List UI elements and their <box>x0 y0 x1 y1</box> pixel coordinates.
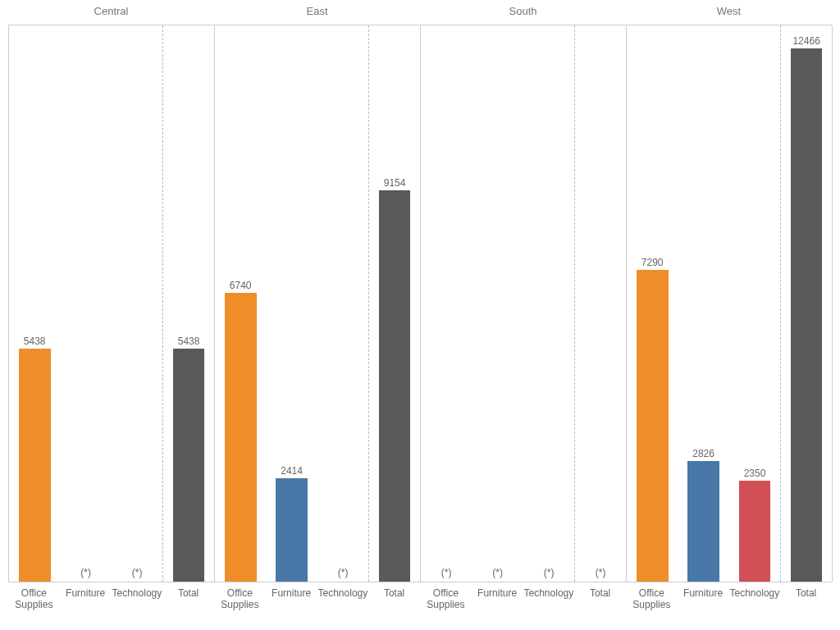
bar: 5438 <box>19 349 51 582</box>
axis-label: Office Supplies <box>8 582 60 630</box>
axis-panel: Office SuppliesFurnitureTechnologyTotal <box>626 582 832 630</box>
suppressed-marker: (*) <box>544 567 555 578</box>
total-area: 9154 <box>369 25 421 582</box>
axis-panel: Office SuppliesFurnitureTechnologyTotal <box>214 582 420 630</box>
axis-label: Furniture <box>266 582 317 630</box>
x-axis: Office SuppliesFurnitureTechnologyTotalO… <box>8 582 832 630</box>
chart-container: CentralEastSouthWest 5438(*)(*)543867402… <box>0 0 840 630</box>
panel: 72902826235012466 <box>627 25 833 582</box>
bar-slot: (*) <box>112 25 162 582</box>
axis-panel: Office SuppliesFurnitureTechnologyTotal <box>8 582 214 630</box>
total-area: 5438 <box>163 25 215 582</box>
bar-value-label: 12466 <box>792 35 819 48</box>
panel-header: South <box>420 0 626 25</box>
axis-label: Technology <box>112 582 163 630</box>
panel-header-row: CentralEastSouthWest <box>8 0 832 25</box>
axis-total-label: Total <box>780 582 832 630</box>
panel: (*)(*)(*)(*) <box>421 25 627 582</box>
bar-value-label: 6740 <box>230 280 252 293</box>
bar-value-label: 2414 <box>281 465 303 478</box>
panel: 67402414(*)9154 <box>215 25 421 582</box>
axis-label: Furniture <box>678 582 729 630</box>
total-area: (*) <box>575 25 627 582</box>
axis-total-label: Total <box>162 582 214 630</box>
total-slot: 12466 <box>781 25 832 582</box>
bar-value-label: 2350 <box>744 468 766 481</box>
bar-value-label: 5438 <box>24 336 46 349</box>
total-slot: 5438 <box>163 25 214 582</box>
bar: 2414 <box>276 478 308 582</box>
total-slot: (*) <box>575 25 626 582</box>
axis-total-label: Total <box>574 582 626 630</box>
bar: 2826 <box>687 461 719 582</box>
suppressed-marker: (*) <box>492 567 503 578</box>
axis-label: Office Supplies <box>626 582 678 630</box>
bar-slot: (*) <box>472 25 523 582</box>
axis-label: Technology <box>317 582 369 630</box>
axis-label: Office Supplies <box>214 582 266 630</box>
bar-slot: 2826 <box>678 25 728 582</box>
categories-area: 67402414(*) <box>215 25 369 582</box>
total-bar: 5438 <box>173 349 204 582</box>
axis-label: Technology <box>523 582 575 630</box>
total-bar: 9154 <box>379 190 410 582</box>
axis-label: Furniture <box>60 582 112 630</box>
suppressed-marker: (*) <box>441 567 452 578</box>
bar-slot: 2414 <box>266 25 317 582</box>
panel-header: West <box>626 0 832 25</box>
bar-slot: 7290 <box>627 25 678 582</box>
bar-slot: 5438 <box>9 25 60 582</box>
panel-header: Central <box>8 0 214 25</box>
bar-slot: (*) <box>421 25 472 582</box>
panel: 5438(*)(*)5438 <box>9 25 215 582</box>
suppressed-marker: (*) <box>132 567 143 578</box>
axis-label: Furniture <box>472 582 523 630</box>
plot-row: 5438(*)(*)543867402414(*)9154(*)(*)(*)(*… <box>8 25 832 582</box>
bar-slot: (*) <box>60 25 111 582</box>
bar: 6740 <box>225 293 257 582</box>
panel-header: East <box>214 0 420 25</box>
axis-panel: Office SuppliesFurnitureTechnologyTotal <box>420 582 626 630</box>
total-slot: 9154 <box>369 25 420 582</box>
bar-slot: 2350 <box>729 25 780 582</box>
bar-slot: (*) <box>317 25 368 582</box>
bar-value-label: 2826 <box>692 448 714 461</box>
suppressed-marker: (*) <box>80 567 91 578</box>
axis-label: Technology <box>729 582 781 630</box>
total-bar: 12466 <box>791 48 822 582</box>
suppressed-marker: (*) <box>596 567 606 578</box>
axis-total-label: Total <box>368 582 420 630</box>
suppressed-marker: (*) <box>338 567 349 578</box>
bar: 2350 <box>739 481 771 582</box>
bar: 7290 <box>637 270 669 582</box>
categories-area: 5438(*)(*) <box>9 25 163 582</box>
bar-value-label: 7290 <box>641 257 664 270</box>
bar-value-label: 9154 <box>384 177 406 190</box>
bar-slot: (*) <box>523 25 574 582</box>
categories-area: 729028262350 <box>627 25 781 582</box>
bar-slot: 6740 <box>215 25 266 582</box>
categories-area: (*)(*)(*) <box>421 25 575 582</box>
bar-value-label: 5438 <box>178 336 200 349</box>
total-area: 12466 <box>781 25 833 582</box>
axis-label: Office Supplies <box>420 582 472 630</box>
